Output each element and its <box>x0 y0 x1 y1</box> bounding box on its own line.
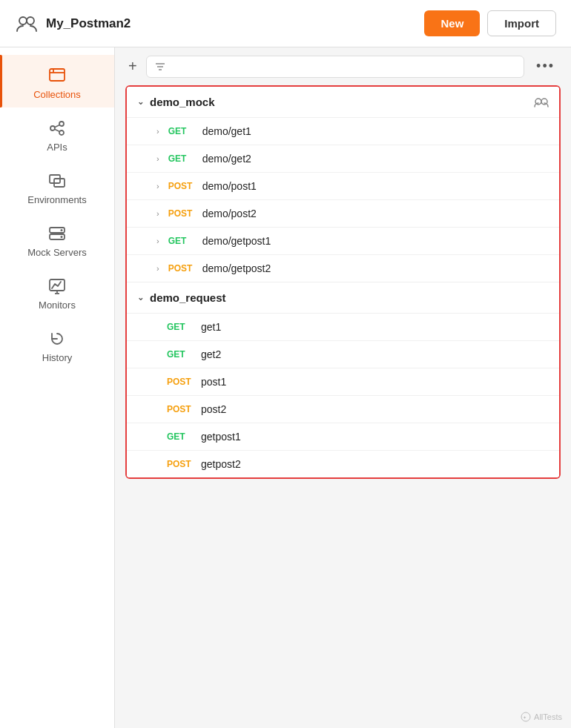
collections-panel: ⌄ demo_mock › <box>115 85 571 728</box>
request-item[interactable]: GET get1 <box>127 313 559 340</box>
request-path: post2 <box>201 403 226 415</box>
svg-line-6 <box>55 125 60 128</box>
request-path: demo/post1 <box>202 180 257 192</box>
history-icon <box>47 328 67 349</box>
method-badge-post: POST <box>168 263 195 274</box>
chevron-right-icon: › <box>156 209 159 218</box>
header-buttons: New Import <box>424 10 556 36</box>
svg-line-7 <box>55 130 60 132</box>
method-badge-post: POST <box>167 459 194 469</box>
header-left: My_Postman2 <box>15 12 131 36</box>
collection-demo-request: ⌄ demo_request GET get1 GET get2 POST <box>127 282 559 477</box>
collection-demo-request-name: demo_request <box>150 291 549 304</box>
sidebar-label-environments: Environments <box>27 194 86 205</box>
request-path: post1 <box>201 376 226 388</box>
svg-text:✦: ✦ <box>523 715 527 720</box>
request-path: demo/getpost1 <box>202 235 271 247</box>
more-options-button[interactable]: ••• <box>530 56 561 77</box>
watermark-text: AllTests <box>534 712 562 721</box>
request-item[interactable]: › POST demo/getpost2 <box>127 254 559 282</box>
svg-point-3 <box>50 126 55 130</box>
request-item[interactable]: POST post2 <box>127 395 559 423</box>
request-path: get2 <box>201 348 221 360</box>
request-path: demo/get2 <box>202 153 251 165</box>
request-item[interactable]: › POST demo/post1 <box>127 172 559 199</box>
collections-list-box: ⌄ demo_mock › <box>125 85 561 479</box>
request-item[interactable]: GET getpost1 <box>127 423 559 450</box>
request-path: get1 <box>201 321 221 333</box>
method-badge-post: POST <box>168 208 195 219</box>
svg-rect-2 <box>50 69 65 81</box>
chevron-down-icon: ⌄ <box>137 293 144 302</box>
content-area: + ••• ⌄ demo_mock <box>115 47 571 728</box>
request-item[interactable]: GET get2 <box>127 340 559 368</box>
team-icon <box>534 97 549 107</box>
sidebar-item-apis[interactable]: APIs <box>0 107 114 160</box>
sidebar-item-collections[interactable]: Collections <box>0 55 114 107</box>
chevron-down-icon: ⌄ <box>137 97 144 107</box>
monitors-icon <box>47 276 67 297</box>
chevron-right-icon: › <box>156 154 159 163</box>
request-path: demo/get1 <box>202 125 251 137</box>
svg-point-13 <box>61 236 63 238</box>
method-badge-get: GET <box>167 431 194 442</box>
method-badge-post: POST <box>167 377 194 387</box>
user-avatar-icon <box>15 12 39 36</box>
request-item[interactable]: › GET demo/getpost1 <box>127 227 559 254</box>
filter-bar[interactable] <box>146 56 524 78</box>
sidebar-item-history[interactable]: History <box>0 318 114 371</box>
sidebar-label-history: History <box>42 352 72 363</box>
import-button[interactable]: Import <box>487 10 556 36</box>
method-badge-get: GET <box>168 153 195 164</box>
header: My_Postman2 New Import <box>0 0 571 47</box>
chevron-right-icon: › <box>156 127 159 136</box>
request-path: getpost2 <box>201 458 241 470</box>
request-path: demo/getpost2 <box>202 262 271 274</box>
environments-icon <box>47 171 67 191</box>
watermark-icon: ✦ <box>521 712 531 722</box>
svg-point-12 <box>61 229 63 231</box>
svg-point-0 <box>19 17 27 24</box>
sidebar-label-monitors: Monitors <box>39 300 76 311</box>
sidebar-item-mock-servers[interactable]: Mock Servers <box>0 213 114 265</box>
filter-icon <box>154 61 166 73</box>
chevron-right-icon: › <box>156 182 159 191</box>
collection-demo-mock-name: demo_mock <box>150 96 528 108</box>
method-badge-post: POST <box>167 404 194 414</box>
svg-point-1 <box>27 17 34 24</box>
request-path: demo/post2 <box>202 208 257 219</box>
new-button[interactable]: New <box>424 10 480 36</box>
sidebar-label-apis: APIs <box>47 142 67 153</box>
request-path: getpost1 <box>201 431 241 443</box>
apis-icon <box>47 118 67 139</box>
workspace-title: My_Postman2 <box>46 16 131 31</box>
main-layout: Collections APIs <box>0 47 571 728</box>
collection-demo-mock: ⌄ demo_mock › <box>127 87 559 282</box>
chevron-right-icon: › <box>156 236 159 245</box>
collection-demo-mock-header[interactable]: ⌄ demo_mock <box>127 87 559 117</box>
add-collection-button[interactable]: + <box>125 55 140 78</box>
request-item[interactable]: › POST demo/post2 <box>127 199 559 227</box>
method-badge-get: GET <box>168 126 195 136</box>
sidebar-item-environments[interactable]: Environments <box>0 160 114 213</box>
mock-servers-icon <box>47 223 67 244</box>
chevron-right-icon: › <box>156 264 159 273</box>
method-badge-get: GET <box>167 349 194 360</box>
request-item[interactable]: POST post1 <box>127 368 559 395</box>
sidebar-item-monitors[interactable]: Monitors <box>0 265 114 318</box>
collection-demo-request-header[interactable]: ⌄ demo_request <box>127 282 559 313</box>
sidebar: Collections APIs <box>0 47 115 728</box>
method-badge-post: POST <box>168 181 195 191</box>
collections-toolbar: + ••• <box>115 47 571 85</box>
sidebar-label-mock-servers: Mock Servers <box>27 247 86 258</box>
request-item[interactable]: POST getpost2 <box>127 450 559 477</box>
method-badge-get: GET <box>167 322 194 332</box>
collections-icon <box>47 65 67 86</box>
sidebar-label-collections: Collections <box>33 89 81 100</box>
watermark: ✦ AllTests <box>521 712 562 722</box>
request-item[interactable]: › GET demo/get2 <box>127 145 559 172</box>
svg-point-4 <box>59 122 64 126</box>
request-item[interactable]: › GET demo/get1 <box>127 117 559 145</box>
svg-point-5 <box>59 130 64 135</box>
method-badge-get: GET <box>168 236 195 246</box>
